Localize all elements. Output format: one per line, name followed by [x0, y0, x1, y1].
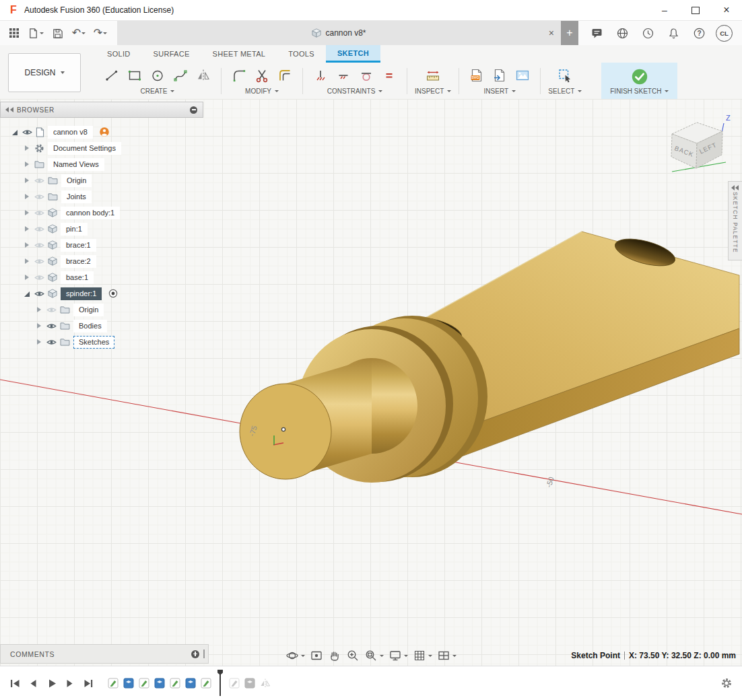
timeline-sketch-feature-rolled[interactable]: [228, 676, 241, 690]
maximize-button[interactable]: [680, 0, 711, 20]
sketch-point[interactable]: [281, 427, 285, 431]
tool-line-button[interactable]: [102, 65, 122, 86]
expander-icon[interactable]: [23, 273, 31, 281]
browser-header[interactable]: BROWSER: [0, 102, 203, 118]
timeline-component-feature[interactable]: [153, 676, 166, 690]
browser-item-label[interactable]: pin:1: [61, 223, 88, 236]
tab-sheet-metal[interactable]: SHEET METAL: [201, 45, 277, 63]
user-avatar[interactable]: CL: [716, 25, 733, 42]
timeline-settings-button[interactable]: [720, 677, 742, 689]
display-settings-button[interactable]: [389, 649, 408, 662]
close-button[interactable]: ×: [711, 0, 742, 20]
save-button[interactable]: [48, 24, 66, 42]
new-tab-button[interactable]: +: [561, 21, 578, 45]
insert-svg-button[interactable]: SVG: [467, 65, 487, 86]
expander-icon[interactable]: [35, 338, 43, 346]
timeline-position-marker[interactable]: [217, 670, 224, 697]
constraints-menu[interactable]: CONSTRAINTS: [327, 88, 383, 98]
drag-grip[interactable]: [203, 650, 205, 658]
timeline-component-feature[interactable]: [122, 676, 135, 690]
expander-icon[interactable]: [35, 322, 43, 330]
browser-item-label[interactable]: Joints: [61, 190, 92, 203]
timeline-sketch-feature[interactable]: [106, 676, 120, 690]
job-status-button[interactable]: [639, 24, 656, 42]
visibility-eye-icon[interactable]: [34, 193, 44, 201]
browser-row-base-1[interactable]: base:1: [0, 269, 203, 285]
browser-item-label[interactable]: Sketches: [73, 336, 114, 349]
viewport[interactable]: -75 -50 BROWSER cannon v8: [0, 99, 742, 666]
tab-tools[interactable]: TOOLS: [277, 45, 326, 63]
visibility-eye-icon[interactable]: [34, 258, 44, 265]
create-menu[interactable]: CREATE: [141, 88, 175, 98]
activate-component-radio[interactable]: [108, 289, 118, 298]
browser-row-sketches[interactable]: Sketches: [0, 334, 203, 350]
tool-circle-button[interactable]: [147, 65, 168, 86]
browser-item-label[interactable]: brace:1: [61, 239, 96, 252]
browser-item-label[interactable]: Bodies: [73, 320, 107, 332]
tab-close-icon[interactable]: ×: [549, 28, 554, 38]
timeline-mirror-feature-rolled[interactable]: [259, 676, 272, 690]
browser-row-named-views[interactable]: Named Views: [0, 156, 203, 172]
select-menu[interactable]: SELECT: [548, 88, 582, 98]
model-spindle[interactable]: [240, 232, 739, 483]
constraint-vertical-button[interactable]: [310, 65, 331, 86]
app-grid-button[interactable]: [5, 24, 23, 42]
modify-menu[interactable]: MODIFY: [245, 88, 279, 98]
tool-rectangle-button[interactable]: [125, 65, 145, 86]
expander-icon[interactable]: [23, 209, 31, 217]
web-button[interactable]: [613, 24, 631, 42]
browser-item-label[interactable]: Document Settings: [48, 142, 121, 155]
browser-row-bodies[interactable]: Bodies: [0, 318, 203, 334]
visibility-eye-icon[interactable]: [22, 129, 32, 136]
browser-item-label[interactable]: Named Views: [48, 158, 104, 171]
play-button[interactable]: [43, 675, 59, 691]
sketch-palette-tab[interactable]: SKETCH PALETTE: [728, 181, 742, 260]
expander-icon[interactable]: [23, 241, 31, 249]
visibility-eye-icon[interactable]: [34, 225, 44, 233]
browser-row-brace-2[interactable]: brace:2: [0, 253, 203, 269]
comments-button[interactable]: [588, 24, 605, 42]
grid-snap-button[interactable]: [413, 649, 432, 662]
visibility-eye-icon[interactable]: [34, 209, 44, 217]
timeline-sketch-feature[interactable]: [199, 676, 213, 690]
browser-item-label[interactable]: cannon body:1: [61, 207, 120, 219]
browser-row-spinder-origin[interactable]: Origin: [0, 302, 203, 318]
tool-measure-button[interactable]: [423, 65, 443, 86]
notifications-button[interactable]: [665, 24, 682, 42]
tab-solid[interactable]: SOLID: [96, 45, 142, 63]
step-forward-button[interactable]: [61, 675, 77, 691]
tab-surface[interactable]: SURFACE: [142, 45, 201, 63]
look-at-button[interactable]: [310, 649, 323, 662]
view-cube[interactable]: BACK LEFT Z: [659, 112, 733, 180]
browser-row-origin[interactable]: Origin: [0, 172, 203, 188]
expander-icon[interactable]: [23, 193, 31, 201]
tool-offset-button[interactable]: [275, 65, 295, 86]
collapse-chevrons-icon[interactable]: [5, 107, 14, 112]
browser-row-cannon-v8[interactable]: cannon v8: [0, 124, 203, 140]
tab-sketch[interactable]: SKETCH: [326, 45, 380, 63]
inspect-menu[interactable]: INSPECT: [415, 88, 451, 98]
browser-item-label[interactable]: base:1: [61, 271, 94, 284]
insert-canvas-button[interactable]: [512, 65, 533, 86]
browser-row-spinder-1[interactable]: spinder:1: [0, 285, 203, 302]
timeline-sketch-feature[interactable]: [168, 676, 182, 690]
add-comment-icon[interactable]: [191, 650, 199, 658]
visibility-eye-icon[interactable]: [46, 322, 57, 330]
zoom-button[interactable]: [346, 649, 360, 662]
expander-icon[interactable]: [23, 144, 31, 152]
expander-icon[interactable]: [35, 306, 43, 314]
display-options-icon[interactable]: [190, 106, 197, 114]
file-menu-button[interactable]: [27, 24, 44, 42]
browser-row-brace-1[interactable]: brace:1: [0, 237, 203, 253]
browser-row-joints[interactable]: Joints: [0, 188, 203, 205]
expander-icon[interactable]: [11, 128, 19, 136]
visibility-eye-icon[interactable]: [34, 177, 44, 184]
expander-icon[interactable]: [23, 176, 31, 184]
constraint-midpoint-button[interactable]: [333, 65, 353, 86]
insert-dxf-button[interactable]: [490, 65, 510, 86]
tool-trim-button[interactable]: [252, 65, 272, 86]
go-to-start-button[interactable]: [7, 675, 23, 691]
document-tab[interactable]: cannon v8*: [312, 28, 366, 38]
step-back-button[interactable]: [25, 675, 41, 691]
timeline-component-feature[interactable]: [184, 676, 197, 690]
